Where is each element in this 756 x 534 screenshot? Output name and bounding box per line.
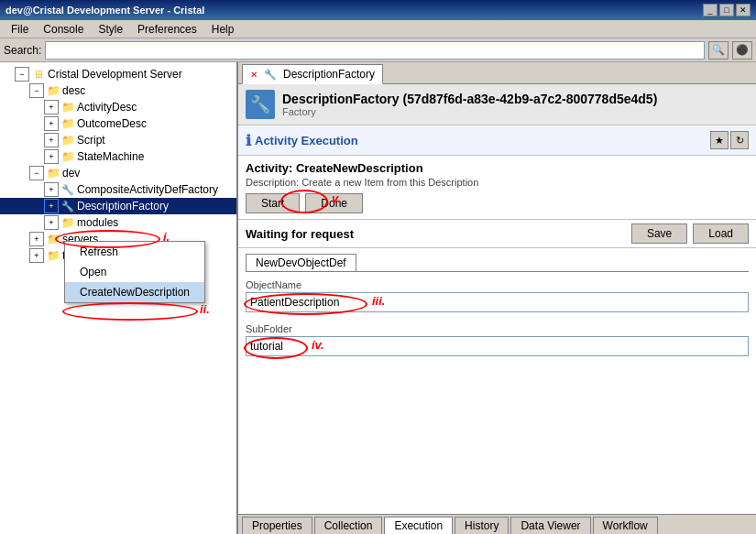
tree-label-script: Script	[77, 134, 105, 147]
activity-description: Description: Create a new Item from this…	[246, 177, 749, 188]
tree-toggle-statemachine[interactable]: +	[44, 149, 59, 164]
tree-label-desc: desc	[62, 84, 85, 97]
tree-item-script[interactable]: + 📁 Script	[0, 132, 236, 148]
tree-toggle-cristal[interactable]: −	[15, 67, 29, 82]
tree-label-cristal: Cristal Development Server	[48, 68, 182, 81]
search-button[interactable]: 🔍	[708, 41, 729, 60]
bottom-tab-history[interactable]: History	[455, 517, 509, 534]
tree-label-descriptionfactory: DescriptionFactory	[77, 200, 169, 213]
activity-details: Activity: CreateNewDescription Descripti…	[238, 156, 756, 220]
folder-icon-desc: 📁	[46, 83, 60, 98]
activity-icon: ℹ	[246, 132, 251, 149]
tree-item-desc[interactable]: − 📁 desc	[0, 82, 236, 99]
bottom-tab-workflow[interactable]: Workflow	[593, 517, 658, 534]
tab-factory-icon: 🔧	[263, 67, 278, 82]
bottom-tab-dataviewer[interactable]: Data Viewer	[510, 517, 590, 534]
close-tab-icon[interactable]: ✕	[250, 70, 257, 80]
panel-content: 🔧 DescriptionFactory (57d87f6d-a83e-42b9…	[238, 84, 756, 534]
annotation-oval-ii	[62, 302, 198, 321]
tree-item-compositeactivity[interactable]: + 🔧 CompositeActivityDefFactory	[0, 181, 236, 198]
bottom-tab-execution[interactable]: Execution	[384, 517, 453, 534]
form-field-objectname: ObjectName iii.	[246, 279, 749, 312]
tree-toggle-dev[interactable]: −	[29, 166, 44, 180]
menu-preferences[interactable]: Preferences	[130, 21, 204, 38]
context-menu-open[interactable]: Open	[65, 262, 204, 282]
waiting-buttons[interactable]: Save Load	[631, 223, 749, 244]
window-controls[interactable]: _ □ ✕	[703, 4, 751, 16]
waiting-section: Waiting for request Save Load	[238, 220, 756, 248]
activity-execution-title: ℹ Activity Execution	[246, 132, 358, 149]
tree-toggle-composite[interactable]: +	[44, 182, 59, 197]
start-button[interactable]: Start	[246, 193, 300, 213]
refresh-button[interactable]: ↻	[730, 131, 749, 149]
tree-toggle-desc[interactable]: −	[29, 83, 44, 98]
context-menu-createnewdescription[interactable]: CreateNewDescription	[65, 282, 204, 302]
done-button[interactable]: Done	[305, 193, 363, 213]
tree-label-composite: CompositeActivityDefFactory	[77, 183, 218, 196]
folder-icon-activitydesc: 📁	[60, 100, 75, 114]
minimize-button[interactable]: _	[703, 4, 718, 16]
bottom-tab-properties[interactable]: Properties	[242, 517, 312, 534]
form-field-subfolder: SubFolder iv.	[246, 323, 749, 356]
search-label: Search:	[4, 44, 41, 57]
section-icons[interactable]: ★ ↻	[710, 131, 749, 149]
inner-tab-newdevobjectdef[interactable]: NewDevObjectDef	[246, 254, 356, 271]
tree-toggle-outcomedesc[interactable]: +	[44, 116, 59, 131]
panel-tab-bar: ✕ 🔧 DescriptionFactory	[238, 62, 756, 84]
tree-toggle-activitydesc[interactable]: +	[44, 100, 59, 114]
folder-icon: 🖥	[31, 67, 46, 82]
tree-item-statemachine[interactable]: + 📁 StateMachine	[0, 148, 236, 165]
search-bar: Search: 🔍 ⚫	[0, 38, 756, 62]
load-button[interactable]: Load	[693, 223, 749, 244]
search-clear-button[interactable]: ⚫	[732, 41, 752, 60]
tree-item-dev[interactable]: − 📁 dev	[0, 165, 236, 181]
folder-icon-dev: 📁	[46, 166, 60, 180]
factory-name: DescriptionFactory (57d87f6d-a83e-42b9-a…	[282, 92, 749, 106]
factory-info: DescriptionFactory (57d87f6d-a83e-42b9-a…	[282, 92, 749, 117]
form-label-objectname: ObjectName	[246, 279, 749, 290]
tree-toggle-modules[interactable]: +	[44, 215, 59, 230]
inner-tab-bar: NewDevObjectDef	[246, 254, 749, 272]
tree-toggle-descriptionfactory[interactable]: +	[44, 199, 59, 213]
title-bar: dev@Cristal Development Server - Cristal…	[0, 0, 756, 20]
menu-file[interactable]: File	[4, 21, 36, 38]
tree-label-activitydesc: ActivityDesc	[77, 101, 137, 114]
folder-icon-outcomedesc: 📁	[60, 116, 75, 131]
save-button[interactable]: Save	[631, 223, 687, 244]
menu-console[interactable]: Console	[36, 21, 91, 38]
right-panel: ✕ 🔧 DescriptionFactory 🔧 DescriptionFact…	[238, 62, 756, 534]
tree-toggle-servers[interactable]: +	[29, 232, 44, 246]
folder-icon-script: 📁	[60, 133, 75, 147]
factory-header: 🔧 DescriptionFactory (57d87f6d-a83e-42b9…	[238, 84, 756, 125]
tree-label-modules: modules	[77, 216, 118, 229]
form-label-subfolder: SubFolder	[246, 323, 749, 334]
subfolder-input[interactable]	[246, 336, 749, 356]
item-icon-composite: 🔧	[60, 182, 75, 197]
menu-help[interactable]: Help	[204, 21, 242, 38]
tree-item-activitydesc[interactable]: + 📁 ActivityDesc	[0, 99, 236, 115]
close-button[interactable]: ✕	[736, 4, 751, 16]
tree-item-modules[interactable]: + 📁 modules	[0, 214, 236, 231]
factory-icon: 🔧	[246, 90, 275, 119]
tree-item-cristal[interactable]: − 🖥 Cristal Development Server	[0, 66, 236, 82]
tree-item-outcomedesc[interactable]: + 📁 OutcomeDesc	[0, 115, 236, 132]
waiting-title: Waiting for request	[246, 227, 354, 241]
window-title: dev@Cristal Development Server - Cristal	[5, 5, 204, 16]
objectname-input[interactable]	[246, 292, 749, 312]
context-menu-refresh[interactable]: Refresh	[65, 242, 204, 262]
panel-tab-descriptionfactory[interactable]: ✕ 🔧 DescriptionFactory	[242, 64, 383, 84]
menu-style[interactable]: Style	[91, 21, 130, 38]
activity-name: Activity: CreateNewDescription	[246, 161, 749, 175]
tree-toggle-tutorial[interactable]: +	[29, 248, 44, 263]
activity-execution-section: ℹ Activity Execution ★ ↻	[238, 125, 756, 156]
tree-toggle-script[interactable]: +	[44, 133, 59, 147]
tree-label-dev: dev	[62, 167, 80, 180]
bottom-tab-collection[interactable]: Collection	[314, 517, 383, 534]
folder-icon-tutorial: 📁	[46, 248, 60, 263]
annotation-label-ii: ii.	[200, 302, 210, 316]
star-button[interactable]: ★	[710, 131, 729, 149]
search-input[interactable]	[45, 41, 705, 60]
tree-label-statemachine: StateMachine	[77, 150, 144, 163]
tree-item-descriptionfactory[interactable]: + 🔧 DescriptionFactory	[0, 198, 236, 214]
maximize-button[interactable]: □	[719, 4, 734, 16]
